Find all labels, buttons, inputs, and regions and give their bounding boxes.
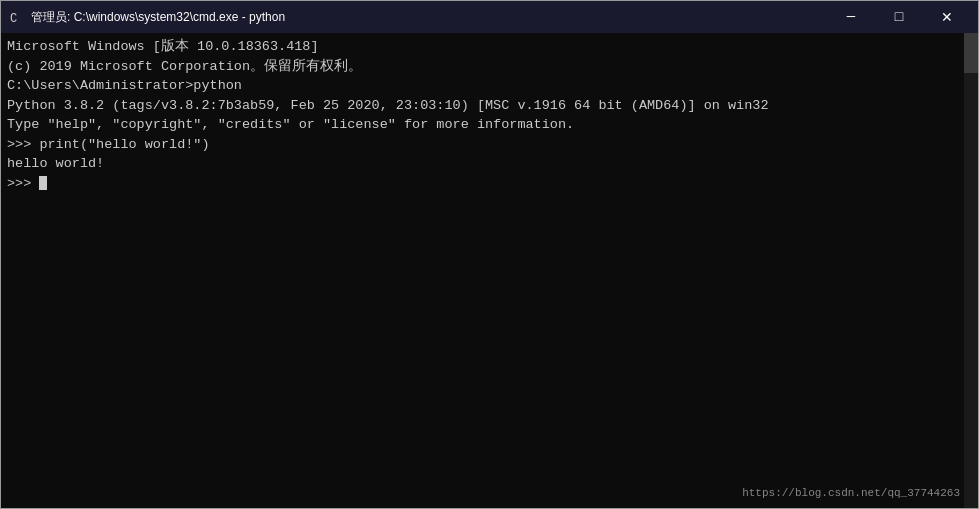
maximize-button[interactable]: □ (876, 1, 922, 33)
terminal-line: >>> print("hello world!") (7, 135, 972, 155)
title-bar-left: C 管理员: C:\windows\system32\cmd.exe - pyt… (9, 9, 285, 26)
window-controls: ─ □ ✕ (828, 1, 970, 33)
terminal-line: (c) 2019 Microsoft Corporation。保留所有权利。 (7, 57, 972, 77)
scrollbar-thumb[interactable] (964, 33, 978, 73)
terminal-line: Microsoft Windows [版本 10.0.18363.418] (7, 37, 972, 57)
watermark: https://blog.csdn.net/qq_37744263 (742, 486, 960, 502)
cmd-icon: C (9, 9, 25, 25)
terminal-line: >>> (7, 174, 972, 194)
scrollbar[interactable] (964, 33, 978, 508)
window-title: 管理员: C:\windows\system32\cmd.exe - pytho… (31, 9, 285, 26)
svg-text:C: C (10, 12, 17, 25)
cursor (39, 176, 47, 190)
terminal-line: C:\Users\Administrator>python (7, 76, 972, 96)
title-bar: C 管理员: C:\windows\system32\cmd.exe - pyt… (1, 1, 978, 33)
cmd-window: C 管理员: C:\windows\system32\cmd.exe - pyt… (0, 0, 979, 509)
terminal-body[interactable]: Microsoft Windows [版本 10.0.18363.418](c)… (1, 33, 978, 508)
terminal-line: Type "help", "copyright", "credits" or "… (7, 115, 972, 135)
minimize-button[interactable]: ─ (828, 1, 874, 33)
terminal-output: Microsoft Windows [版本 10.0.18363.418](c)… (7, 37, 972, 194)
terminal-line: Python 3.8.2 (tags/v3.8.2:7b3ab59, Feb 2… (7, 96, 972, 116)
close-button[interactable]: ✕ (924, 1, 970, 33)
terminal-line: hello world! (7, 154, 972, 174)
